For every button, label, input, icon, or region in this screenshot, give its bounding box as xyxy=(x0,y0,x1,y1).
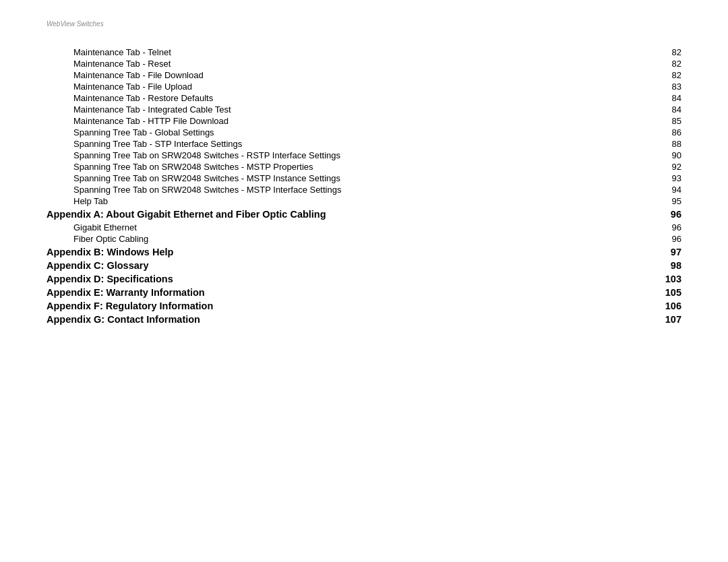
page-header: WebView Switches xyxy=(47,20,104,28)
entry-page: 82 xyxy=(655,47,681,57)
entry-page: 96 xyxy=(655,234,681,244)
entry-title: Fiber Optic Cabling xyxy=(73,234,655,244)
toc-entry: Help Tab95 xyxy=(47,196,681,206)
toc-entry: Spanning Tree Tab - Global Settings86 xyxy=(47,127,681,137)
entry-page: 106 xyxy=(655,301,681,311)
entry-title: Appendix E: Warranty Information xyxy=(47,287,655,298)
entry-page: 105 xyxy=(655,287,681,298)
toc-entry: Maintenance Tab - File Download82 xyxy=(47,70,681,80)
entry-title: Spanning Tree Tab on SRW2048 Switches - … xyxy=(73,162,655,172)
toc-entry: Maintenance Tab - Telnet82 xyxy=(47,47,681,57)
toc-entry: Appendix D: Specifications103 xyxy=(47,274,681,284)
toc-entry: Maintenance Tab - File Upload83 xyxy=(47,82,681,92)
entry-page: 84 xyxy=(655,104,681,115)
entry-page: 93 xyxy=(655,173,681,183)
entry-page: 82 xyxy=(655,70,681,80)
entry-page: 83 xyxy=(655,82,681,92)
entry-page: 85 xyxy=(655,116,681,126)
toc-entry: Maintenance Tab - Restore Defaults84 xyxy=(47,93,681,103)
entry-title: Gigabit Ethernet xyxy=(73,222,655,232)
toc-entry: Appendix E: Warranty Information105 xyxy=(47,287,681,298)
toc-entry: Maintenance Tab - HTTP File Download85 xyxy=(47,116,681,126)
entry-page: 97 xyxy=(655,247,681,257)
entry-title: Maintenance Tab - Telnet xyxy=(73,47,655,57)
toc-entry: Spanning Tree Tab - STP Interface Settin… xyxy=(47,139,681,149)
toc-entry: Appendix C: Glossary98 xyxy=(47,260,681,271)
entry-title: Maintenance Tab - File Download xyxy=(73,70,655,80)
entry-title: Appendix F: Regulatory Information xyxy=(47,301,655,311)
entry-title: Appendix C: Glossary xyxy=(47,260,655,271)
entry-page: 107 xyxy=(655,314,681,325)
entry-page: 103 xyxy=(655,274,681,284)
entry-page: 96 xyxy=(655,222,681,232)
entry-page: 95 xyxy=(655,196,681,206)
toc-entry: Appendix A: About Gigabit Ethernet and F… xyxy=(47,209,681,220)
toc-entry: Spanning Tree Tab on SRW2048 Switches - … xyxy=(47,185,681,195)
entry-page: 94 xyxy=(655,185,681,195)
toc-entry: Appendix G: Contact Information107 xyxy=(47,314,681,325)
entry-page: 90 xyxy=(655,150,681,160)
entry-page: 82 xyxy=(655,59,681,69)
toc-entry: Spanning Tree Tab on SRW2048 Switches - … xyxy=(47,162,681,172)
toc-entry: Spanning Tree Tab on SRW2048 Switches - … xyxy=(47,150,681,160)
entry-title: Spanning Tree Tab - STP Interface Settin… xyxy=(73,139,655,149)
entry-title: Maintenance Tab - Integrated Cable Test xyxy=(73,104,655,115)
entry-title: Appendix G: Contact Information xyxy=(47,314,655,325)
toc-entry: Maintenance Tab - Reset82 xyxy=(47,59,681,69)
entry-title: Spanning Tree Tab - Global Settings xyxy=(73,127,655,137)
entry-title: Spanning Tree Tab on SRW2048 Switches - … xyxy=(73,173,655,183)
entry-page: 98 xyxy=(655,260,681,271)
entry-title: Help Tab xyxy=(73,196,655,206)
toc-container: Maintenance Tab - Telnet82Maintenance Ta… xyxy=(47,47,681,327)
entry-title: Spanning Tree Tab on SRW2048 Switches - … xyxy=(73,185,655,195)
entry-page: 84 xyxy=(655,93,681,103)
toc-entry: Appendix B: Windows Help97 xyxy=(47,247,681,257)
entry-title: Maintenance Tab - Reset xyxy=(73,59,655,69)
toc-entry: Gigabit Ethernet96 xyxy=(47,222,681,232)
entry-title: Maintenance Tab - File Upload xyxy=(73,82,655,92)
entry-title: Appendix B: Windows Help xyxy=(47,247,655,257)
entry-title: Maintenance Tab - Restore Defaults xyxy=(73,93,655,103)
entry-title: Appendix D: Specifications xyxy=(47,274,655,284)
toc-entry: Appendix F: Regulatory Information106 xyxy=(47,301,681,311)
entry-title: Appendix A: About Gigabit Ethernet and F… xyxy=(47,209,655,220)
entry-title: Spanning Tree Tab on SRW2048 Switches - … xyxy=(73,150,655,160)
entry-page: 86 xyxy=(655,127,681,137)
entry-page: 88 xyxy=(655,139,681,149)
toc-entry: Fiber Optic Cabling96 xyxy=(47,234,681,244)
entry-page: 92 xyxy=(655,162,681,172)
toc-entry: Spanning Tree Tab on SRW2048 Switches - … xyxy=(47,173,681,183)
entry-title: Maintenance Tab - HTTP File Download xyxy=(73,116,655,126)
toc-entry: Maintenance Tab - Integrated Cable Test8… xyxy=(47,104,681,115)
entry-page: 96 xyxy=(655,209,681,220)
